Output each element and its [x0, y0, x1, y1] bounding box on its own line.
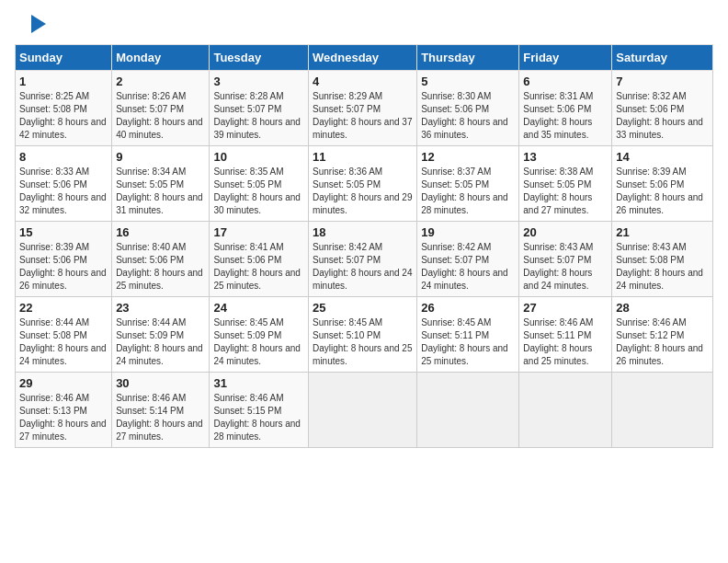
- day-number: 8: [19, 150, 108, 164]
- calendar-day-cell: 15 Sunrise: 8:39 AMSunset: 5:06 PMDaylig…: [16, 222, 112, 297]
- day-info: Sunrise: 8:45 AMSunset: 5:11 PMDaylight:…: [421, 317, 508, 366]
- calendar-day-cell: 2 Sunrise: 8:26 AMSunset: 5:07 PMDayligh…: [112, 71, 210, 146]
- day-info: Sunrise: 8:43 AMSunset: 5:08 PMDaylight:…: [616, 242, 703, 291]
- calendar-day-cell: [612, 373, 713, 448]
- column-header-wednesday: Wednesday: [309, 45, 417, 71]
- day-number: 28: [616, 301, 709, 315]
- day-info: Sunrise: 8:45 AMSunset: 5:09 PMDaylight:…: [213, 317, 301, 366]
- calendar-day-cell: 26 Sunrise: 8:45 AMSunset: 5:11 PMDaylig…: [417, 297, 519, 373]
- calendar-week-row: 22 Sunrise: 8:44 AMSunset: 5:08 PMDaylig…: [16, 297, 713, 373]
- column-header-tuesday: Tuesday: [210, 45, 309, 71]
- calendar-week-row: 1 Sunrise: 8:25 AMSunset: 5:08 PMDayligh…: [16, 71, 713, 146]
- svg-marker-0: [31, 15, 46, 33]
- day-number: 24: [213, 301, 304, 315]
- calendar-day-cell: 17 Sunrise: 8:41 AMSunset: 5:06 PMDaylig…: [210, 222, 309, 297]
- column-header-sunday: Sunday: [16, 45, 112, 71]
- day-info: Sunrise: 8:44 AMSunset: 5:09 PMDaylight:…: [116, 317, 203, 366]
- calendar-body: 1 Sunrise: 8:25 AMSunset: 5:08 PMDayligh…: [16, 71, 713, 448]
- calendar-day-cell: 8 Sunrise: 8:33 AMSunset: 5:06 PMDayligh…: [16, 146, 112, 222]
- day-number: 9: [116, 150, 205, 164]
- day-number: 21: [616, 225, 709, 239]
- day-info: Sunrise: 8:45 AMSunset: 5:10 PMDaylight:…: [313, 317, 412, 366]
- day-number: 26: [421, 301, 515, 315]
- calendar-table: SundayMondayTuesdayWednesdayThursdayFrid…: [15, 44, 713, 448]
- calendar-day-cell: 3 Sunrise: 8:28 AMSunset: 5:07 PMDayligh…: [210, 71, 309, 146]
- day-number: 4: [313, 75, 413, 88]
- calendar-day-cell: 30 Sunrise: 8:46 AMSunset: 5:14 PMDaylig…: [112, 373, 210, 448]
- day-info: Sunrise: 8:25 AMSunset: 5:08 PMDaylight:…: [19, 91, 107, 140]
- day-info: Sunrise: 8:39 AMSunset: 5:06 PMDaylight:…: [616, 167, 703, 215]
- day-info: Sunrise: 8:44 AMSunset: 5:08 PMDaylight:…: [19, 317, 107, 366]
- day-number: 7: [616, 75, 709, 88]
- day-info: Sunrise: 8:28 AMSunset: 5:07 PMDaylight:…: [213, 91, 301, 140]
- day-number: 13: [523, 150, 608, 164]
- calendar-week-row: 8 Sunrise: 8:33 AMSunset: 5:06 PMDayligh…: [16, 146, 713, 222]
- calendar-week-row: 29 Sunrise: 8:46 AMSunset: 5:13 PMDaylig…: [16, 373, 713, 448]
- calendar-day-cell: 25 Sunrise: 8:45 AMSunset: 5:10 PMDaylig…: [309, 297, 417, 373]
- day-info: Sunrise: 8:33 AMSunset: 5:06 PMDaylight:…: [19, 167, 107, 215]
- day-number: 23: [116, 301, 205, 315]
- day-info: Sunrise: 8:43 AMSunset: 5:07 PMDaylight:…: [523, 242, 593, 291]
- day-number: 25: [313, 301, 413, 315]
- day-number: 16: [116, 225, 205, 239]
- day-number: 12: [421, 150, 515, 164]
- calendar-day-cell: 14 Sunrise: 8:39 AMSunset: 5:06 PMDaylig…: [612, 146, 713, 222]
- calendar-day-cell: 12 Sunrise: 8:37 AMSunset: 5:05 PMDaylig…: [417, 146, 519, 222]
- calendar-day-cell: 1 Sunrise: 8:25 AMSunset: 5:08 PMDayligh…: [16, 71, 112, 146]
- day-number: 2: [116, 75, 205, 88]
- calendar-day-cell: 4 Sunrise: 8:29 AMSunset: 5:07 PMDayligh…: [309, 71, 417, 146]
- day-info: Sunrise: 8:42 AMSunset: 5:07 PMDaylight:…: [313, 242, 412, 291]
- day-info: Sunrise: 8:46 AMSunset: 5:11 PMDaylight:…: [523, 317, 593, 366]
- day-number: 20: [523, 225, 608, 239]
- column-header-monday: Monday: [112, 45, 210, 71]
- day-info: Sunrise: 8:37 AMSunset: 5:05 PMDaylight:…: [421, 167, 508, 215]
- day-info: Sunrise: 8:46 AMSunset: 5:15 PMDaylight:…: [213, 393, 301, 442]
- day-number: 18: [313, 225, 413, 239]
- day-info: Sunrise: 8:46 AMSunset: 5:14 PMDaylight:…: [116, 393, 203, 442]
- calendar-day-cell: 10 Sunrise: 8:35 AMSunset: 5:05 PMDaylig…: [210, 146, 309, 222]
- day-info: Sunrise: 8:32 AMSunset: 5:06 PMDaylight:…: [616, 91, 703, 140]
- day-info: Sunrise: 8:46 AMSunset: 5:12 PMDaylight:…: [616, 317, 703, 366]
- calendar-day-cell: [417, 373, 519, 448]
- day-number: 22: [19, 301, 108, 315]
- calendar-day-cell: 21 Sunrise: 8:43 AMSunset: 5:08 PMDaylig…: [612, 222, 713, 297]
- calendar-day-cell: [519, 373, 612, 448]
- column-header-saturday: Saturday: [612, 45, 713, 71]
- day-number: 15: [19, 225, 108, 239]
- day-number: 5: [421, 75, 515, 88]
- calendar-day-cell: 29 Sunrise: 8:46 AMSunset: 5:13 PMDaylig…: [16, 373, 112, 448]
- calendar-day-cell: 16 Sunrise: 8:40 AMSunset: 5:06 PMDaylig…: [112, 222, 210, 297]
- calendar-day-cell: 6 Sunrise: 8:31 AMSunset: 5:06 PMDayligh…: [519, 71, 612, 146]
- day-number: 29: [19, 376, 108, 390]
- column-header-thursday: Thursday: [417, 45, 519, 71]
- column-header-friday: Friday: [519, 45, 612, 71]
- day-number: 6: [523, 75, 608, 88]
- day-number: 19: [421, 225, 515, 239]
- day-number: 1: [19, 75, 108, 88]
- calendar-day-cell: 5 Sunrise: 8:30 AMSunset: 5:06 PMDayligh…: [417, 71, 519, 146]
- day-info: Sunrise: 8:42 AMSunset: 5:07 PMDaylight:…: [421, 242, 508, 291]
- day-number: 14: [616, 150, 709, 164]
- day-number: 31: [213, 376, 304, 390]
- day-info: Sunrise: 8:36 AMSunset: 5:05 PMDaylight:…: [313, 167, 412, 215]
- calendar-day-cell: 13 Sunrise: 8:38 AMSunset: 5:05 PMDaylig…: [519, 146, 612, 222]
- calendar-week-row: 15 Sunrise: 8:39 AMSunset: 5:06 PMDaylig…: [16, 222, 713, 297]
- calendar-day-cell: 7 Sunrise: 8:32 AMSunset: 5:06 PMDayligh…: [612, 71, 713, 146]
- day-number: 3: [213, 75, 304, 88]
- calendar-day-cell: [309, 373, 417, 448]
- calendar-day-cell: 18 Sunrise: 8:42 AMSunset: 5:07 PMDaylig…: [309, 222, 417, 297]
- calendar-day-cell: 9 Sunrise: 8:34 AMSunset: 5:05 PMDayligh…: [112, 146, 210, 222]
- calendar-day-cell: 23 Sunrise: 8:44 AMSunset: 5:09 PMDaylig…: [112, 297, 210, 373]
- calendar-day-cell: 31 Sunrise: 8:46 AMSunset: 5:15 PMDaylig…: [210, 373, 309, 448]
- day-number: 11: [313, 150, 413, 164]
- calendar-day-cell: 19 Sunrise: 8:42 AMSunset: 5:07 PMDaylig…: [417, 222, 519, 297]
- calendar-day-cell: 27 Sunrise: 8:46 AMSunset: 5:11 PMDaylig…: [519, 297, 612, 373]
- calendar-day-cell: 11 Sunrise: 8:36 AMSunset: 5:05 PMDaylig…: [309, 146, 417, 222]
- calendar-day-cell: 24 Sunrise: 8:45 AMSunset: 5:09 PMDaylig…: [210, 297, 309, 373]
- day-info: Sunrise: 8:34 AMSunset: 5:05 PMDaylight:…: [116, 167, 203, 215]
- day-info: Sunrise: 8:35 AMSunset: 5:05 PMDaylight:…: [213, 167, 301, 215]
- page-header: [15, 15, 713, 37]
- logo-flag-icon: [17, 15, 46, 33]
- day-info: Sunrise: 8:38 AMSunset: 5:05 PMDaylight:…: [523, 167, 593, 215]
- day-info: Sunrise: 8:30 AMSunset: 5:06 PMDaylight:…: [421, 91, 508, 140]
